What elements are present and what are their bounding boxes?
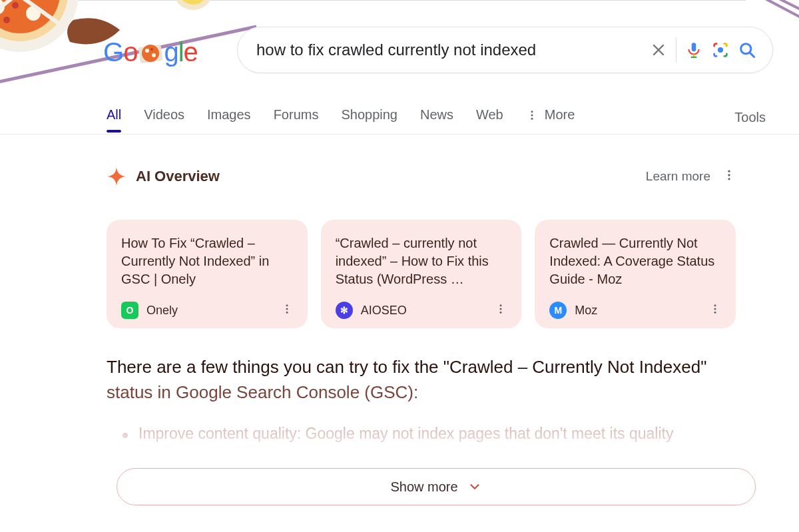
clear-icon[interactable] — [645, 37, 672, 63]
svg-point-4 — [0, 0, 68, 41]
voice-search-icon[interactable] — [680, 37, 707, 63]
site-name: AIOSEO — [361, 304, 407, 318]
tab-shopping[interactable]: Shopping — [341, 103, 398, 132]
sparkle-icon — [107, 166, 127, 186]
svg-point-5 — [0, 0, 60, 33]
svg-point-39 — [286, 304, 288, 306]
ai-overview-header: AI Overview Learn more — [107, 166, 736, 186]
learn-more-link[interactable]: Learn more — [646, 169, 710, 184]
svg-point-38 — [728, 178, 730, 180]
answer-faded-item: Improve content quality: Google may not … — [107, 425, 736, 443]
source-card[interactable]: “Crawled – currently not indexed” – How … — [321, 220, 522, 328]
card-title: “Crawled – currently not indexed” – How … — [336, 234, 507, 288]
tab-web[interactable]: Web — [476, 103, 503, 132]
svg-point-45 — [714, 304, 716, 306]
show-more-button[interactable]: Show more — [117, 468, 756, 505]
bullet-icon — [123, 433, 128, 438]
tab-forums[interactable]: Forums — [274, 103, 319, 132]
svg-point-44 — [500, 311, 502, 313]
svg-point-34 — [531, 114, 533, 116]
svg-point-35 — [531, 117, 533, 119]
svg-point-17 — [173, 0, 213, 10]
svg-point-8 — [0, 0, 5, 15]
svg-point-26 — [150, 48, 153, 51]
svg-point-41 — [286, 311, 288, 313]
svg-point-36 — [728, 170, 730, 172]
svg-point-13 — [3, 17, 10, 23]
card-menu-icon[interactable] — [495, 303, 507, 318]
card-menu-icon[interactable] — [281, 303, 293, 318]
source-card[interactable]: How To Fix “Crawled – Currently Not Inde… — [107, 220, 308, 328]
svg-point-47 — [714, 311, 716, 313]
site-favicon: ✻ — [336, 302, 353, 319]
ai-answer-text: There are a few things you can try to fi… — [107, 355, 736, 405]
top-border — [0, 0, 799, 1]
svg-point-11 — [12, 2, 19, 9]
site-name: Moz — [575, 304, 597, 318]
tab-all[interactable]: All — [107, 103, 121, 132]
ai-overview-title: AI Overview — [136, 168, 220, 185]
svg-point-42 — [500, 304, 502, 306]
tab-images[interactable]: Images — [207, 103, 251, 132]
search-tabs: All Videos Images Forums Shopping News W… — [107, 103, 772, 132]
site-name: Onely — [146, 304, 178, 318]
card-title: Crawled — Currently Not Indexed: A Cover… — [549, 234, 721, 288]
card-menu-icon[interactable] — [709, 303, 721, 318]
svg-point-18 — [178, 0, 208, 5]
google-logo[interactable]: Go gle — [103, 39, 198, 65]
svg-point-40 — [286, 308, 288, 310]
lens-search-icon[interactable] — [707, 37, 734, 63]
svg-line-32 — [750, 53, 754, 57]
divider — [676, 37, 676, 63]
tabs-separator — [0, 134, 799, 134]
search-icon[interactable] — [734, 37, 760, 63]
ai-overview-section: AI Overview Learn more How To Fix “Crawl… — [107, 153, 736, 443]
svg-point-43 — [500, 308, 502, 310]
answer-lead-dark: There are a few things you can try to fi… — [107, 357, 706, 377]
svg-point-33 — [531, 111, 533, 113]
svg-point-9 — [26, 6, 41, 21]
search-input[interactable] — [256, 41, 645, 59]
show-more-label: Show more — [390, 479, 457, 495]
svg-point-37 — [728, 174, 730, 176]
svg-rect-27 — [692, 43, 696, 51]
svg-point-25 — [152, 53, 156, 57]
svg-point-3 — [0, 0, 79, 52]
source-card[interactable]: Crawled — Currently Not Indexed: A Cover… — [535, 220, 736, 328]
svg-point-30 — [718, 47, 723, 53]
answer-lead-rest: status in Google Search Console (GSC): — [107, 382, 418, 402]
svg-point-24 — [145, 49, 149, 53]
card-title: How To Fix “Crawled – Currently Not Inde… — [121, 234, 293, 288]
ai-overview-menu-icon[interactable] — [722, 168, 736, 185]
tab-videos[interactable]: Videos — [144, 103, 184, 132]
tab-more[interactable]: More — [526, 103, 575, 132]
more-vert-icon — [526, 109, 538, 121]
site-favicon: M — [549, 302, 567, 319]
faded-text: Improve content quality: Google may not … — [138, 425, 673, 443]
source-cards: How To Fix “Crawled – Currently Not Inde… — [107, 220, 736, 328]
site-favicon: O — [121, 302, 138, 319]
more-label: More — [545, 107, 575, 123]
tools-button[interactable]: Tools — [734, 110, 772, 125]
svg-point-46 — [714, 308, 716, 310]
chevron-down-icon — [467, 479, 482, 494]
svg-point-31 — [741, 44, 751, 54]
tab-news[interactable]: News — [420, 103, 453, 132]
search-bar — [237, 27, 773, 73]
svg-point-23 — [142, 45, 159, 62]
